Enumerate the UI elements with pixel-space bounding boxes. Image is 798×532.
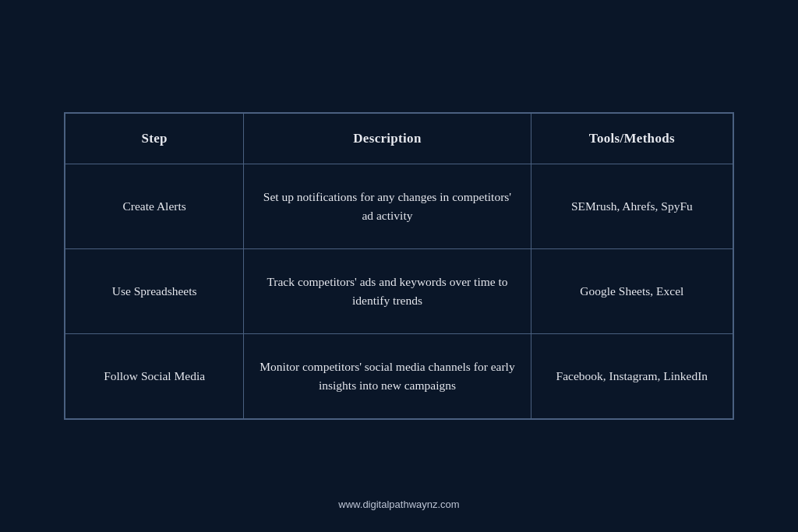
table-header-row: Step Description Tools/Methods [65, 113, 733, 164]
cell-description: Monitor competitors' social media channe… [244, 334, 531, 419]
cell-description: Track competitors' ads and keywords over… [244, 248, 531, 333]
header-step: Step [65, 113, 244, 164]
cell-step: Create Alerts [65, 164, 244, 248]
header-tools: Tools/Methods [531, 113, 733, 164]
cell-step: Use Spreadsheets [65, 248, 244, 333]
cell-step: Follow Social Media [65, 334, 244, 419]
cell-tools: Facebook, Instagram, LinkedIn [531, 334, 733, 419]
main-table-container: Step Description Tools/Methods Create Al… [64, 112, 734, 420]
cell-tools: Google Sheets, Excel [531, 248, 733, 333]
header-description: Description [244, 113, 531, 164]
table-row: Follow Social MediaMonitor competitors' … [65, 334, 733, 419]
cell-description: Set up notifications for any changes in … [244, 164, 531, 248]
cell-tools: SEMrush, Ahrefs, SpyFu [531, 164, 733, 248]
comparison-table: Step Description Tools/Methods Create Al… [65, 113, 733, 419]
table-row: Create AlertsSet up notifications for an… [65, 164, 733, 248]
table-row: Use SpreadsheetsTrack competitors' ads a… [65, 248, 733, 333]
footer-url: www.digitalpathwaynz.com [338, 499, 459, 510]
